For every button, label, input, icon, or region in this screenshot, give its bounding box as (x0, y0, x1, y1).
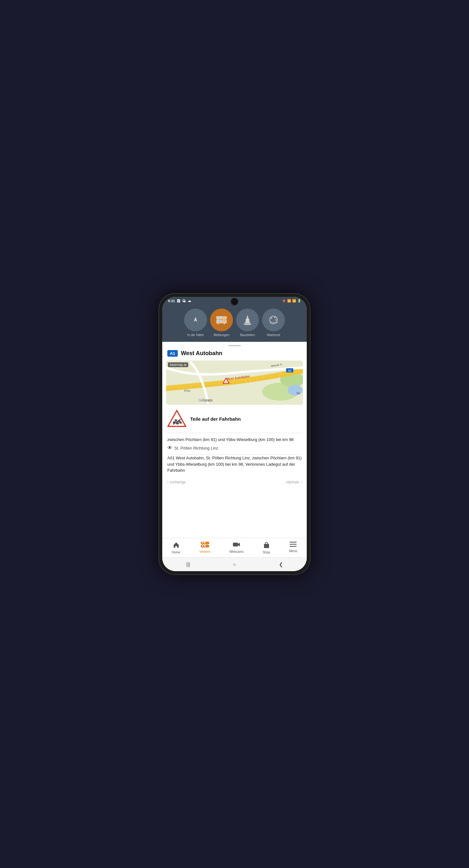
nav-cat-nearby[interactable]: In der Nähe (184, 309, 207, 337)
svg-rect-2 (217, 316, 219, 318)
cloud-icon: ☁ (187, 299, 191, 303)
menu-icon (290, 541, 297, 549)
android-recent-btn[interactable]: ||| (181, 560, 195, 569)
map-area[interactable]: A1 Wiener S. West Autobahn ⚠ Erlau Be (166, 361, 303, 405)
svg-text:l: l (206, 399, 207, 402)
nav-cat-nearby-circle (184, 309, 207, 331)
android-back-btn[interactable]: ❮ (274, 560, 288, 569)
svg-point-48 (202, 544, 203, 545)
svg-point-10 (224, 323, 225, 324)
svg-rect-47 (204, 542, 206, 543)
status-left: 9:31 🖼 🌤 ☁ (168, 299, 191, 303)
svg-text:Grenze: Grenze (270, 321, 278, 324)
svg-rect-55 (233, 542, 238, 547)
svg-text:Be: Be (297, 392, 300, 395)
route-name: West Autobahn (181, 350, 223, 357)
phone-screen: 9:31 🖼 🌤 ☁ 🔇 📶 📶 🔋 In der Nähe (162, 297, 307, 571)
warning-section: Teile auf der Fahrbahn (162, 405, 307, 433)
svg-rect-8 (219, 320, 222, 322)
svg-point-16 (274, 317, 275, 318)
svg-rect-13 (245, 319, 250, 320)
tab-shop[interactable]: Shop (260, 540, 273, 555)
tab-shop-label: Shop (263, 551, 270, 554)
photo-icon: 🖼 (177, 299, 180, 303)
warning-icon (167, 409, 186, 428)
svg-point-49 (206, 544, 208, 545)
tab-home[interactable]: Home (169, 540, 183, 555)
nav-cat-construction-label: Baustellen (240, 333, 255, 337)
nav-cat-reports[interactable]: Meldungen (210, 309, 233, 337)
route-badge: A1 (167, 350, 178, 357)
svg-text:e: e (208, 399, 209, 402)
detail-direction: 👁 St. Pölten Richtung Linz (167, 445, 302, 451)
home-icon (173, 541, 180, 550)
svg-rect-58 (290, 542, 297, 542)
content-panel: A1 West Autobahn (162, 342, 307, 538)
nav-arrows: ‹ vorherige nächste › (162, 477, 307, 488)
svg-point-22 (288, 385, 303, 396)
verkehr-icon (201, 541, 209, 549)
svg-rect-46 (202, 542, 203, 543)
nav-cat-reports-label: Meldungen (213, 333, 229, 337)
svg-marker-0 (194, 317, 198, 322)
nav-categories: In der Nähe (162, 305, 307, 342)
svg-point-9 (217, 323, 219, 324)
svg-text:Erlau: Erlau (184, 389, 190, 392)
tab-verkehr[interactable]: Verkehr (196, 540, 213, 555)
prev-button[interactable]: ‹ vorherige (167, 480, 186, 484)
svg-rect-52 (204, 545, 206, 547)
svg-rect-60 (290, 546, 297, 547)
direction-text: St. Pölten Richtung Linz (174, 446, 218, 451)
svg-rect-51 (202, 545, 203, 547)
svg-text:⚠: ⚠ (225, 380, 227, 383)
description-text: A01 West Autobahn, St. Pölten Richtung L… (167, 455, 302, 474)
svg-rect-57 (264, 544, 269, 548)
nav-cat-waittime-circle: Grenze (262, 309, 285, 331)
nav-cat-waittime-label: Wartezeit (267, 333, 280, 337)
tab-home-label: Home (172, 551, 180, 554)
weather-icon: 🌤 (182, 299, 186, 303)
nav-cat-construction[interactable]: Baustellen (236, 309, 259, 337)
chevron-right-icon: › (300, 480, 302, 484)
svg-point-42 (175, 420, 177, 422)
android-nav: ||| ○ ❮ (162, 557, 307, 571)
status-right: 🔇 📶 📶 🔋 (282, 299, 301, 303)
phone-device: 9:31 🖼 🌤 ☁ 🔇 📶 📶 🔋 In der Nähe (158, 293, 311, 575)
prev-label: vorherige (170, 480, 186, 484)
drag-handle[interactable] (228, 345, 241, 346)
android-home-btn[interactable]: ○ (228, 560, 241, 569)
mute-icon: 🔇 (282, 299, 286, 303)
tab-menu-label: Menü (289, 549, 297, 553)
svg-rect-3 (219, 316, 222, 318)
shop-icon (263, 541, 270, 550)
svg-point-15 (271, 317, 272, 319)
nav-cat-construction-circle (236, 309, 259, 331)
tab-bar: Home Ver (162, 538, 307, 557)
eye-icon: 👁 (167, 445, 172, 451)
warning-title: Teile auf der Fahrbahn (190, 416, 241, 422)
tab-webcams-label: Webcams (229, 550, 243, 553)
description-section: A01 West Autobahn, St. Pölten Richtung L… (162, 455, 307, 477)
tab-menu[interactable]: Menü (286, 540, 300, 555)
svg-marker-56 (238, 542, 240, 547)
next-button[interactable]: nächste › (286, 480, 302, 484)
signal-icon: 📶 (292, 299, 296, 303)
tab-webcams[interactable]: Webcams (226, 540, 246, 555)
tab-verkehr-label: Verkehr (199, 550, 210, 553)
detail-location: zwischen Pöchlarn (km 91) und Ybbs-Wiese… (167, 437, 302, 442)
svg-rect-59 (290, 544, 297, 545)
chevron-left-icon: ‹ (167, 480, 169, 484)
nav-cat-reports-circle (210, 309, 233, 331)
nav-cat-waittime[interactable]: Grenze Wartezeit (262, 309, 285, 337)
map-background: A1 Wiener S. West Autobahn ⚠ Erlau Be (166, 361, 303, 405)
webcams-icon (233, 541, 240, 549)
map-attribution: basemap.at (168, 363, 188, 367)
route-header: A1 West Autobahn (162, 350, 307, 361)
detail-section: zwischen Pöchlarn (km 91) und Ybbs-Wiese… (162, 433, 307, 455)
nav-cat-nearby-label: In der Nähe (187, 333, 204, 337)
next-label: nächste (286, 480, 299, 484)
status-time: 9:31 (168, 299, 175, 303)
svg-text:A1: A1 (288, 369, 292, 372)
camera-cutout (232, 299, 237, 304)
svg-point-17 (275, 319, 277, 320)
